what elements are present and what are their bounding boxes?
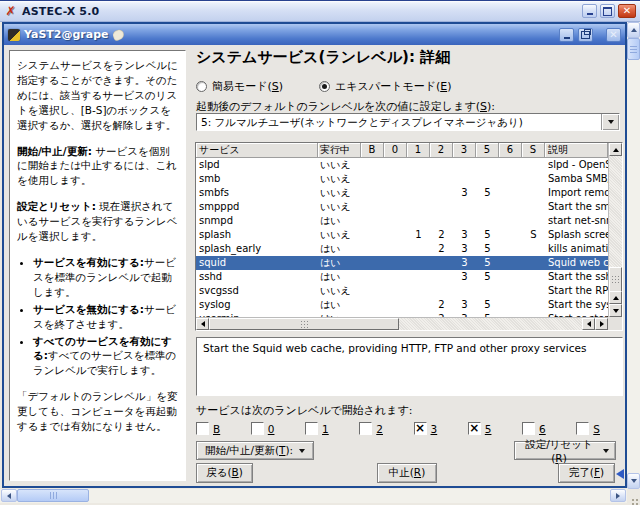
column-header-3[interactable]: 3 (453, 143, 476, 158)
scroll-up-button[interactable] (609, 143, 622, 156)
column-header-0[interactable]: 0 (384, 143, 407, 158)
horizontal-scroll-thumb[interactable] (209, 318, 399, 330)
checkbox-icon (359, 422, 372, 435)
outer-scroll-right-button[interactable] (610, 489, 626, 502)
yast-minimize-button[interactable] (559, 28, 574, 42)
table-cell (361, 214, 384, 228)
start-stop-refresh-menubutton[interactable]: 開始/中止/更新(T): (196, 441, 314, 460)
scrollbar-corner (608, 317, 622, 330)
table-row-smb[interactable]: smbいいえSamba SMB/CIFS (196, 172, 608, 186)
outer-close-button[interactable]: ✕ (618, 4, 636, 18)
radio-expert-mode[interactable]: エキスパートモード(E) (319, 79, 451, 94)
combobox-dropdown-button[interactable] (601, 114, 619, 130)
service-table-body: slpdいいえslpd - OpenSLP dasmbいいえSamba SMB/… (196, 158, 608, 317)
table-cell (522, 270, 545, 284)
table-cell: 1 (407, 228, 430, 242)
table-row-splash_early[interactable]: splash_earlyはい235kills animation after (196, 242, 608, 256)
table-cell (522, 214, 545, 228)
resize-grip[interactable] (627, 489, 640, 503)
table-cell (522, 158, 545, 172)
table-cell: 5 (476, 242, 499, 256)
column-header-B[interactable]: B (361, 143, 384, 158)
arrow-up-icon (613, 148, 619, 152)
table-row-svcgssd[interactable]: svcgssdいいえStart the RPC GSS (196, 284, 608, 298)
outer-minimize-button[interactable] (582, 4, 597, 18)
help-bullet: サービスを無効にする:サービスを終了させます。 (33, 302, 178, 332)
runlevel-checkbox-3[interactable]: ×3 (414, 420, 438, 437)
table-row-snmpd[interactable]: snmpdはいstart net-snmpd (196, 214, 608, 228)
table-vertical-scrollbar[interactable] (608, 143, 622, 317)
outer-vscroll-thumb[interactable] (627, 38, 640, 60)
table-cell (522, 186, 545, 200)
column-header-6[interactable]: 6 (499, 143, 522, 158)
scroll-left-button-2[interactable] (582, 318, 595, 330)
scroll-up-button-2[interactable] (609, 291, 622, 304)
back-button[interactable]: 戻る(B) (196, 463, 253, 483)
table-row-syslog[interactable]: syslogはい235Start the system log (196, 298, 608, 312)
scroll-down-button[interactable] (609, 304, 622, 317)
column-header-S[interactable]: S (522, 143, 545, 158)
outer-vertical-scrollbar[interactable] (627, 22, 640, 489)
arrow-left-icon (587, 321, 591, 327)
table-cell: Start the RPC GSS (545, 284, 608, 298)
outer-hscroll-thumb[interactable] (17, 489, 89, 502)
set-reset-menubutton[interactable]: 設定/リセット(R) (514, 441, 616, 460)
checkbox-label: S (593, 423, 600, 435)
table-cell: 2 (430, 242, 453, 256)
services-table: サービス実行中B012356S説明 slpdいいえslpd - OpenSLP … (195, 142, 623, 331)
column-header-実行中[interactable]: 実行中 (318, 143, 361, 158)
table-cell (407, 270, 430, 284)
outer-horizontal-scrollbar[interactable] (0, 489, 627, 503)
column-header-説明[interactable]: 説明 (545, 143, 608, 158)
screen: ✗ ASTEC-X 5.0 ✕ YaST2@grape ✕ システムサービスをラ… (0, 0, 640, 505)
menu-arrow-icon (603, 449, 609, 453)
outer-scroll-left-button[interactable] (1, 489, 17, 502)
table-cell: いいえ (318, 284, 361, 298)
table-cell (522, 200, 545, 214)
table-cell: 3 (453, 228, 476, 242)
runlevel-checkbox-6[interactable]: 6 (522, 420, 546, 437)
runlevel-checkbox-1[interactable]: 1 (305, 420, 329, 437)
column-header-サービス[interactable]: サービス (196, 143, 318, 158)
radio-simple-mode[interactable]: 簡易モード(S) (196, 79, 283, 94)
table-cell (430, 158, 453, 172)
yast-close-button[interactable]: ✕ (606, 28, 621, 42)
table-cell: Squid web cache (545, 256, 608, 270)
arrow-right-icon (616, 493, 620, 499)
checkbox-icon (305, 422, 318, 435)
column-header-1[interactable]: 1 (407, 143, 430, 158)
table-horizontal-scrollbar[interactable] (196, 317, 608, 330)
outer-scroll-down-button[interactable] (627, 473, 640, 489)
vertical-scroll-thumb[interactable] (609, 267, 622, 292)
outer-maximize-button[interactable] (600, 4, 615, 18)
help-bullet: すべてのサービスを有効にする:すべてのサービスを標準のランレベルで実行します。 (33, 334, 178, 379)
default-runlevel-combobox[interactable]: 5: フルマルチユーザ(ネットワークとディスプレイマネージャあり) (196, 113, 620, 131)
column-header-5[interactable]: 5 (476, 143, 499, 158)
table-cell (476, 172, 499, 186)
finish-button[interactable]: 完了(F) (558, 463, 615, 483)
table-cell (407, 214, 430, 228)
table-row-splash[interactable]: splashいいえ1235SSplash screen setu (196, 228, 608, 242)
table-cell (361, 200, 384, 214)
table-row-sshd[interactable]: sshdはい35Start the sshd daem (196, 270, 608, 284)
runlevel-checkbox-0[interactable]: 0 (251, 420, 275, 437)
runlevel-checkbox-2[interactable]: 2 (359, 420, 383, 437)
help-paragraph: システムサービスをランレベルに指定することができます。そのためには、該当するサー… (17, 58, 178, 133)
table-row-slpd[interactable]: slpdいいえslpd - OpenSLP da (196, 158, 608, 172)
yast-titlebar[interactable]: YaST2@grape ✕ (4, 24, 625, 45)
abort-button[interactable]: 中止(R) (377, 463, 437, 483)
yast-restore-button[interactable] (578, 28, 593, 42)
scroll-right-button[interactable] (595, 318, 608, 330)
table-row-smbfs[interactable]: smbfsいいえ35Import remote SMB. (196, 186, 608, 200)
runlevel-checkbox-5[interactable]: ×5 (468, 420, 492, 437)
column-header-2[interactable]: 2 (430, 143, 453, 158)
scroll-left-button[interactable] (196, 318, 209, 330)
outer-scroll-up-button[interactable] (627, 22, 640, 38)
table-row-smpppd[interactable]: smpppdいいえStart the smpppd fo (196, 200, 608, 214)
table-cell: slpd (196, 158, 318, 172)
runlevel-checkbox-S[interactable]: S (576, 420, 600, 437)
table-cell: smpppd (196, 200, 318, 214)
runlevel-checkbox-B[interactable]: B (196, 420, 220, 437)
table-cell: Start the sshd daem (545, 270, 608, 284)
table-row-squid[interactable]: squidはい35Squid web cache (196, 256, 608, 270)
